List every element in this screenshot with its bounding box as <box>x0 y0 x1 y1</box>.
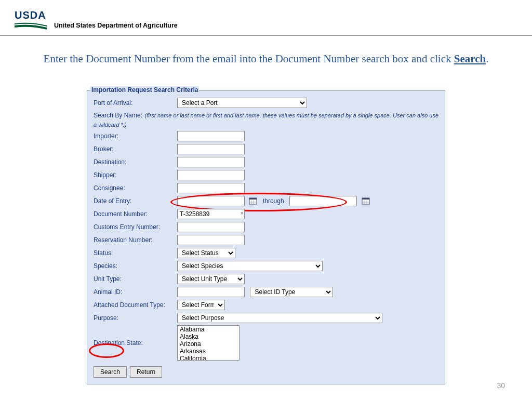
consignee-input[interactable] <box>177 183 245 193</box>
species-select[interactable]: Select Species <box>177 261 323 271</box>
label-reservation: Reservation Number: <box>91 236 177 244</box>
reservation-input[interactable] <box>177 235 245 245</box>
instruction-prefix: Enter the Document Number from the email… <box>44 52 454 65</box>
calendar-to-icon[interactable] <box>362 197 370 205</box>
label-consignee: Consignee: <box>91 184 177 192</box>
unit-type-select[interactable]: Select Unit Type <box>177 274 245 284</box>
attached-doc-select[interactable]: Select Form <box>177 300 225 310</box>
customs-entry-input[interactable] <box>177 222 245 232</box>
department-name: United States Department of Agriculture <box>54 22 178 30</box>
label-animal-id: Animal ID: <box>91 288 177 296</box>
svg-rect-6 <box>362 198 369 200</box>
document-number-input[interactable] <box>177 209 245 219</box>
importer-input[interactable] <box>177 131 245 141</box>
logo-text: USDA <box>15 9 47 21</box>
list-item[interactable]: California <box>178 355 239 361</box>
label-attached-doc: Attached Document Type: <box>91 301 177 309</box>
label-shipper: Shipper: <box>91 171 177 179</box>
label-species: Species: <box>91 262 177 270</box>
instruction-text: Enter the Document Number from the email… <box>0 52 532 65</box>
list-item[interactable]: Arkansas <box>178 348 239 355</box>
label-unit-type: Unit Type: <box>91 275 177 283</box>
search-button[interactable]: Search <box>94 366 127 378</box>
list-item[interactable]: Alaska <box>178 333 239 340</box>
logo-swoosh-icon <box>15 22 47 30</box>
label-destination: Destination: <box>91 158 177 166</box>
label-customs-entry: Customs Entry Number: <box>91 223 177 231</box>
label-port: Port of Arrival: <box>91 99 177 107</box>
list-item[interactable]: Alabama <box>178 326 239 333</box>
status-select[interactable]: Select Status <box>177 248 235 258</box>
id-type-select[interactable]: Select ID Type <box>250 287 333 297</box>
label-search-by-name: Search By Name: <box>94 112 142 119</box>
through-label: through <box>263 197 284 205</box>
calendar-from-icon[interactable] <box>249 197 257 205</box>
search-criteria-panel: Importation Request Search Criteria Port… <box>87 90 445 384</box>
search-by-name-hint: (first name or last name or first and la… <box>94 112 438 128</box>
instruction-search-word: Search <box>454 52 486 65</box>
destination-state-listbox[interactable]: Alabama Alaska Arizona Arkansas Californ… <box>177 325 240 361</box>
page-header: USDA United States Department of Agricul… <box>0 0 532 36</box>
animal-id-input[interactable] <box>177 287 245 297</box>
svg-rect-1 <box>249 198 257 200</box>
purpose-select[interactable]: Select Purpose <box>177 313 382 323</box>
label-importer: Importer: <box>91 132 177 140</box>
usda-logo: USDA <box>15 9 47 30</box>
page-number: 30 <box>497 381 505 390</box>
label-dest-state: Destination State: <box>91 339 177 347</box>
clear-icon[interactable]: × <box>241 210 244 216</box>
label-broker: Broker: <box>91 145 177 153</box>
shipper-input[interactable] <box>177 170 245 180</box>
instruction-suffix: . <box>486 52 488 65</box>
label-status: Status: <box>91 249 177 257</box>
date-to-input[interactable] <box>289 196 357 206</box>
return-button[interactable]: Return <box>130 366 162 378</box>
label-date-of-entry: Date of Entry: <box>91 197 177 205</box>
panel-legend: Importation Request Search Criteria <box>90 86 199 94</box>
label-purpose: Purpose: <box>91 314 177 322</box>
list-item[interactable]: Arizona <box>178 340 239 348</box>
destination-input[interactable] <box>177 157 245 167</box>
label-doc-number: Document Number: <box>91 210 177 218</box>
date-from-input[interactable] <box>177 196 245 206</box>
broker-input[interactable] <box>177 144 245 154</box>
port-select[interactable]: Select a Port <box>177 98 307 108</box>
